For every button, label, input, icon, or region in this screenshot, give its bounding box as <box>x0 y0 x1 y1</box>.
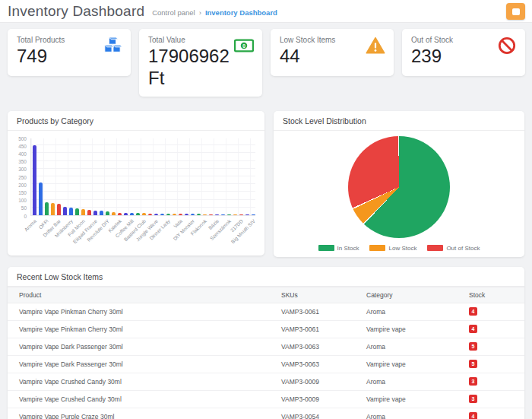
column-header-category: Category <box>366 287 469 303</box>
column-header-stock: Stock <box>469 287 524 303</box>
bar <box>148 214 152 215</box>
pie-chart-title: Stock Level Distribution <box>274 111 524 131</box>
column-header-skus: SKUs <box>281 287 366 303</box>
bar <box>45 202 49 215</box>
pie-chart-legend: In StockLow StockOut of Stock <box>318 245 480 252</box>
category-cell: Vampire vape <box>366 355 469 373</box>
table-row: Vampire Vape Pinkman Cherry 30mlVAMP3-00… <box>8 320 524 338</box>
legend-swatch <box>369 245 385 251</box>
bar <box>221 214 225 215</box>
bar <box>245 214 249 215</box>
bar <box>136 213 140 214</box>
product-cell: Vampire Vape Crushed Candy 30ml <box>8 373 281 390</box>
stat-card-total-products: Total Products 749 <box>8 29 131 76</box>
stock-badge: 4 <box>469 412 477 419</box>
bar <box>39 183 43 215</box>
legend-label: Out of Stock <box>446 245 480 252</box>
product-cell: Vampire Vape Dark Passenger 30ml <box>8 338 281 355</box>
stock-cell: 5 <box>469 355 524 373</box>
bar <box>51 203 55 215</box>
stock-badge: 3 <box>469 377 477 386</box>
bar <box>87 210 91 214</box>
bar <box>233 214 237 215</box>
pie-chart-canvas[interactable]: In StockLow StockOut of Stock <box>274 131 524 252</box>
column-header-product: Product <box>8 287 281 303</box>
legend-swatch <box>427 245 443 251</box>
bar <box>166 214 170 215</box>
legend-label: Low Stock <box>388 245 416 252</box>
stat-value: 239 <box>411 46 501 68</box>
bar <box>69 208 73 215</box>
stock-badge: 4 <box>469 307 477 316</box>
table-row: Vampire Vape Pinkman Cherry 30mlVAMP3-00… <box>8 303 524 320</box>
product-cell: Vampire Vape Dark Passenger 30ml <box>8 355 281 373</box>
y-tick-label: 250 <box>18 174 27 179</box>
low-stock-table: Product SKUs Category Stock Vampire Vape… <box>8 287 524 419</box>
legend-item[interactable]: Out of Stock <box>427 245 480 252</box>
breadcrumb-separator-icon: › <box>199 8 201 17</box>
stat-card-out-of-stock: Out of Stock 239 <box>402 29 525 76</box>
cubes-icon <box>103 37 122 55</box>
stat-card-total-value: Total Value 17906962 Ft 0 <box>139 29 262 97</box>
breadcrumb-current-link[interactable]: Inventory Dashboard <box>205 8 277 17</box>
stat-value: 17906962 Ft <box>148 46 238 90</box>
bar <box>252 214 255 215</box>
sku-cell: VAMP3-0063 <box>281 338 366 355</box>
stock-cell: 4 <box>469 408 524 419</box>
svg-text:0: 0 <box>242 43 245 49</box>
product-cell: Vampire Vape Crushed Candy 30ml <box>8 390 281 408</box>
bar <box>33 145 36 215</box>
y-tick-label: 400 <box>18 151 27 157</box>
bar <box>81 209 85 215</box>
bar <box>203 214 207 215</box>
sku-cell: VAMP3-0054 <box>281 408 366 419</box>
y-tick-label: 300 <box>18 167 27 172</box>
sku-cell: VAMP3-0061 <box>281 320 366 338</box>
table-header-row: Product SKUs Category Stock <box>8 287 524 303</box>
category-cell: Aroma <box>366 338 469 355</box>
sidebar-toggle-button[interactable] <box>506 3 525 20</box>
table-row: Vampire Vape Crushed Candy 30mlVAMP3-000… <box>8 390 524 408</box>
bar <box>239 214 243 215</box>
top-bar: Inventory Dashboard Control panel › Inve… <box>0 0 532 23</box>
bar <box>215 214 219 215</box>
bar <box>191 214 195 214</box>
stat-value: 44 <box>280 46 369 68</box>
stock-cell: 3 <box>469 373 524 390</box>
category-cell: Aroma <box>366 408 469 419</box>
sku-cell: VAMP3-0061 <box>281 303 366 320</box>
page-title: Inventory Dashboard <box>8 3 144 20</box>
low-stock-table-card: Recent Low Stock Items Product SKUs Cate… <box>8 267 524 419</box>
bar <box>106 211 109 214</box>
legend-item[interactable]: Low Stock <box>369 245 416 252</box>
category-cell: Aroma <box>366 303 469 320</box>
stock-badge: 4 <box>469 325 477 333</box>
bar-chart-plot <box>30 138 255 216</box>
legend-item[interactable]: In Stock <box>318 245 359 252</box>
y-tick-label: 100 <box>18 198 27 203</box>
bar-chart-canvas[interactable]: 050100150200250300350400450500 <box>8 131 264 216</box>
sku-cell: VAMP3-0063 <box>281 355 366 373</box>
y-tick-label: 500 <box>18 135 27 141</box>
stock-cell: 3 <box>469 390 524 408</box>
bar <box>142 213 146 214</box>
bar <box>118 213 122 215</box>
money-bill-icon: 0 <box>234 37 254 55</box>
charts-row: Products by Category 0501001502002503003… <box>0 97 532 257</box>
bar <box>227 214 231 215</box>
product-cell: Vampire Vape Pinkman Cherry 30ml <box>8 320 281 338</box>
product-cell: Vampire Vape Pinkman Cherry 30ml <box>8 303 281 320</box>
bar <box>100 211 103 215</box>
breadcrumb-parent: Control panel <box>152 8 195 17</box>
category-cell: Aroma <box>366 373 469 390</box>
stock-cell: 5 <box>469 338 524 355</box>
sku-cell: VAMP3-0009 <box>281 373 366 390</box>
bar <box>93 211 97 215</box>
product-cell: Vampire Vape Purple Craze 30ml <box>8 408 281 419</box>
stock-badge: 5 <box>469 342 477 351</box>
table-row: Vampire Vape Dark Passenger 30mlVAMP3-00… <box>8 338 524 355</box>
y-tick-label: 50 <box>21 205 27 211</box>
bar-chart-title: Products by Category <box>8 111 264 131</box>
table-row: Vampire Vape Dark Passenger 30mlVAMP3-00… <box>8 355 524 373</box>
category-cell: Vampire vape <box>366 320 469 338</box>
